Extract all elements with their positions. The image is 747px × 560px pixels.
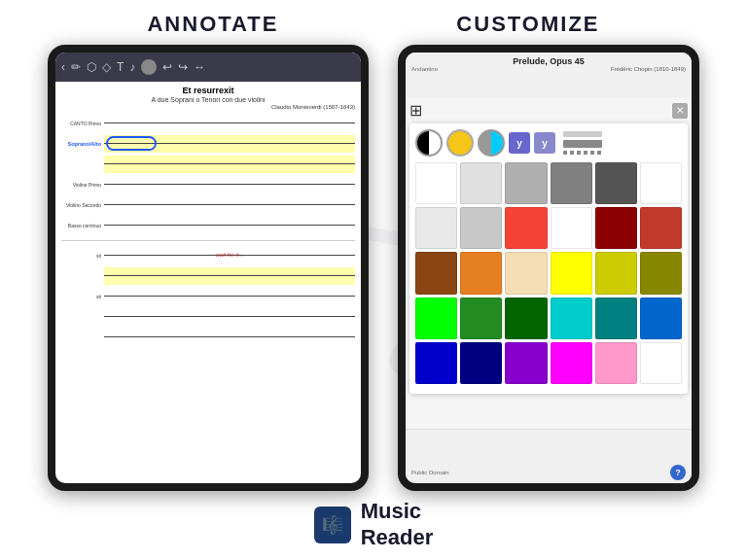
color-swatch-27[interactable] (551, 342, 592, 384)
annotate-tablet: ‹ ✏ ⬡ ◇ T ♪ ↩ ↪ ↔ Et resurrexit A due So… (48, 45, 369, 491)
music-note-icon[interactable]: ♪ (129, 60, 135, 74)
color-swatch-6[interactable] (415, 207, 457, 249)
right-score-title: Prelude, Opus 45 (411, 56, 686, 66)
bold-line-style[interactable] (563, 140, 602, 148)
composer-label: Frédéric Chopin (1810-1849) (611, 66, 686, 72)
color-swatch-19[interactable] (460, 298, 502, 339)
part-label: xit (61, 253, 104, 259)
staff-content (104, 135, 355, 153)
table-row (61, 307, 355, 327)
style-y2-button[interactable]: y (534, 132, 555, 154)
undo-icon[interactable]: ↩ (162, 60, 172, 74)
text-icon[interactable]: T (117, 60, 124, 74)
staff-content (104, 115, 355, 132)
color-swatch-4[interactable] (595, 162, 637, 204)
style-cyan-circle[interactable] (478, 129, 505, 157)
table-row: Violino Primo (61, 175, 355, 194)
part-label: Basso continuo (61, 223, 104, 228)
color-swatch-22[interactable] (595, 298, 637, 339)
customize-tablet: Prelude, Opus 45 Andantino Frédéric Chop… (398, 45, 699, 491)
style-half-circle[interactable] (415, 129, 443, 157)
part-label: Violino Secondo (61, 202, 104, 208)
color-swatch-9[interactable] (551, 207, 592, 249)
color-swatch-28[interactable] (595, 342, 637, 384)
oval-highlight (106, 136, 157, 151)
color-swatch-8[interactable] (505, 207, 547, 249)
table-row: Violino Secondo (61, 195, 355, 215)
part-label: Violino Primo (61, 182, 104, 188)
score-subtitle: A due Soprani o Tenori con due violini (61, 96, 355, 103)
score-footer: Public Domain ? (406, 429, 692, 483)
color-swatch-29[interactable] (640, 342, 682, 384)
color-swatch-21[interactable] (551, 298, 592, 339)
close-button[interactable]: ✕ (672, 103, 688, 119)
color-swatch-25[interactable] (460, 342, 502, 384)
staff-content (104, 176, 355, 193)
staff-content (104, 156, 355, 173)
annotate-screen: ‹ ✏ ⬡ ◇ T ♪ ↩ ↪ ↔ Et resurrexit A due So… (55, 52, 361, 483)
score-title: Et resurrexit (61, 86, 355, 95)
footer-score-preview (411, 433, 686, 462)
back-button[interactable]: ‹ (61, 60, 65, 74)
diamond-icon[interactable]: ◇ (102, 60, 111, 74)
wait-for-it-text: wait for it... (215, 252, 243, 258)
color-swatch-16[interactable] (595, 252, 637, 294)
table-row (61, 266, 355, 286)
color-swatch-23[interactable] (640, 298, 682, 339)
logo-music-label: Music (361, 499, 434, 524)
redo-icon[interactable]: ↪ (178, 60, 188, 74)
color-panel-area: ⊞ ✕ y y (406, 97, 692, 429)
color-swatch-1[interactable] (460, 162, 502, 204)
table-row: Basso continuo (61, 216, 355, 235)
color-swatch-12[interactable] (415, 252, 457, 294)
annotate-toolbar: ‹ ✏ ⬡ ◇ T ♪ ↩ ↪ ↔ (55, 52, 361, 82)
color-swatch-20[interactable] (505, 298, 547, 339)
color-swatch-2[interactable] (505, 162, 547, 204)
table-row (61, 155, 355, 174)
lasso-icon[interactable]: ⬡ (87, 60, 96, 74)
color-swatch-0[interactable] (415, 162, 457, 204)
style-yellow-circle[interactable] (446, 129, 474, 157)
table-row: xit wait for it... (61, 246, 355, 265)
staff-content (104, 329, 355, 346)
arrows-icon[interactable]: ↔ (194, 60, 205, 74)
customize-screen: Prelude, Opus 45 Andantino Frédéric Chop… (406, 52, 692, 483)
style-options-row: y y (415, 129, 682, 157)
dashed-line-style[interactable] (563, 151, 602, 155)
app-logo-text: Music Reader (361, 499, 434, 550)
right-score-header: Prelude, Opus 45 Andantino Frédéric Chop… (406, 52, 692, 97)
part-label: xit (61, 294, 104, 299)
score-measures: CANTO Primo Soprano/Alto (61, 114, 355, 235)
andantino-label: Andantino (411, 66, 438, 72)
pencil-icon[interactable]: ✏ (71, 60, 81, 74)
staff-content (104, 196, 355, 214)
color-circle-toolbar[interactable] (141, 59, 157, 75)
color-swatch-17[interactable] (640, 252, 682, 294)
logo-reader-label: Reader (361, 525, 434, 550)
color-swatch-18[interactable] (415, 298, 457, 339)
line-style-options (563, 131, 602, 155)
color-swatch-7[interactable] (460, 207, 502, 249)
style-y1-button[interactable]: y (509, 132, 530, 154)
color-swatch-11[interactable] (640, 207, 682, 249)
table-row (61, 328, 355, 347)
header: ANNOTATE CUSTOMIZE (0, 0, 747, 45)
public-domain-label: Public Domain (411, 470, 449, 475)
color-swatch-10[interactable] (595, 207, 637, 249)
color-swatch-24[interactable] (415, 342, 457, 384)
color-swatch-3[interactable] (551, 162, 592, 204)
lower-score-measures: xit wait for it... xit (61, 246, 355, 347)
color-swatch-15[interactable] (551, 252, 592, 294)
part-label: Soprano/Alto (61, 141, 104, 147)
color-swatch-13[interactable] (460, 252, 502, 294)
color-swatch-5[interactable] (640, 162, 682, 204)
grid-icon[interactable]: ⊞ (409, 101, 422, 120)
thin-line-style[interactable] (563, 131, 602, 137)
annotate-score-content: Et resurrexit A due Soprani o Tenori con… (55, 82, 361, 351)
color-swatch-26[interactable] (505, 342, 547, 384)
app-logo-icon: 🎼 (314, 507, 351, 543)
help-button[interactable]: ? (670, 465, 686, 480)
header-score-lines (411, 74, 686, 95)
color-swatch-14[interactable] (505, 252, 547, 294)
annotate-heading: ANNOTATE (147, 12, 278, 37)
